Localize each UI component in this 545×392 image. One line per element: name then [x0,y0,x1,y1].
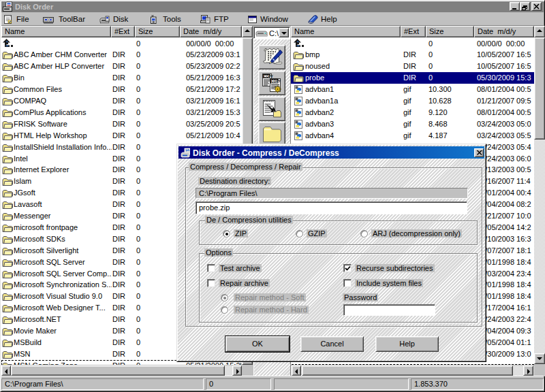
svg-text:COPY: COPY [271,79,281,83]
svg-text:COPY: COPY [264,75,273,78]
